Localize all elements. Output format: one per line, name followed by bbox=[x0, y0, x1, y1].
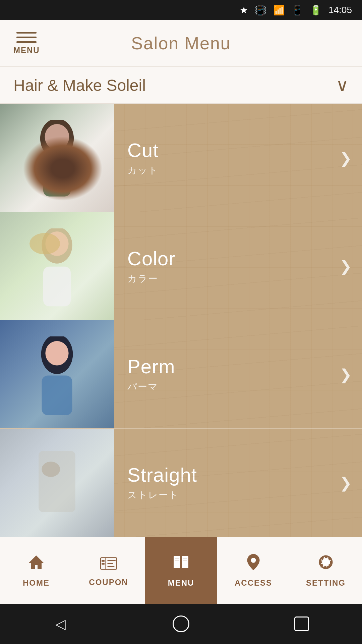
svg-rect-5 bbox=[43, 267, 71, 306]
setting-label: SETTING bbox=[306, 578, 346, 588]
cut-title: Cut bbox=[127, 139, 349, 161]
hamburger-icon[interactable] bbox=[16, 32, 37, 43]
wifi-icon: 📶 bbox=[273, 5, 285, 16]
time-display: 14:05 bbox=[328, 5, 352, 15]
perm-subtitle: パーマ bbox=[127, 380, 349, 393]
straight-title: Straight bbox=[127, 464, 349, 486]
sim-icon: 📱 bbox=[292, 5, 303, 16]
color-subtitle: カラー bbox=[127, 272, 349, 285]
cut-arrow: ❯ bbox=[340, 149, 352, 166]
home-label: HOME bbox=[23, 578, 50, 588]
android-nav: ◁ bbox=[0, 604, 362, 644]
recent-button[interactable] bbox=[290, 612, 313, 636]
nav-coupon[interactable]: COUPON bbox=[72, 537, 145, 604]
header: MENU Salon Menu bbox=[0, 20, 362, 67]
cut-image bbox=[0, 104, 114, 212]
svg-rect-21 bbox=[174, 556, 180, 568]
perm-image bbox=[0, 320, 114, 428]
nav-home[interactable]: HOME bbox=[0, 537, 72, 604]
nav-menu[interactable]: MENU bbox=[145, 537, 217, 604]
color-title: Color bbox=[127, 247, 349, 270]
bluetooth-icon: ★ bbox=[240, 5, 248, 16]
menu-item-perm[interactable]: Perm パーマ ❯ bbox=[0, 320, 362, 429]
home-icon bbox=[27, 553, 45, 575]
page-title: Salon Menu bbox=[131, 33, 231, 53]
salon-dropdown[interactable]: Hair & Make Soleil ∨ bbox=[0, 67, 362, 104]
svg-point-8 bbox=[45, 341, 68, 366]
svg-rect-2 bbox=[43, 160, 71, 197]
home-circle-icon bbox=[173, 615, 189, 632]
straight-arrow: ❯ bbox=[340, 474, 352, 491]
chevron-down-icon: ∨ bbox=[336, 75, 349, 95]
cut-subtitle: カット bbox=[127, 164, 349, 177]
setting-icon bbox=[317, 553, 335, 575]
vibrate-icon: 📳 bbox=[255, 5, 266, 16]
menu-item-color[interactable]: Color カラー ❯ bbox=[0, 212, 362, 321]
perm-arrow: ❯ bbox=[340, 366, 352, 383]
svg-rect-9 bbox=[42, 376, 72, 415]
svg-rect-10 bbox=[39, 451, 75, 512]
perm-title: Perm bbox=[127, 355, 349, 378]
menu-hamburger-label: MENU bbox=[13, 46, 40, 55]
perm-info: Perm パーマ ❯ bbox=[114, 320, 362, 428]
bottom-navigation: HOME COUPON bbox=[0, 537, 362, 604]
menu-item-straight[interactable]: Straight ストレート ❯ bbox=[0, 429, 362, 537]
hamburger-menu[interactable]: MENU bbox=[13, 32, 40, 55]
recent-icon bbox=[294, 616, 309, 631]
back-button[interactable]: ◁ bbox=[49, 612, 72, 636]
svg-rect-22 bbox=[182, 556, 188, 568]
svg-point-6 bbox=[29, 233, 60, 254]
nav-access[interactable]: ACCESS bbox=[217, 537, 290, 604]
svg-point-31 bbox=[323, 560, 328, 565]
coupon-label: COUPON bbox=[89, 578, 128, 587]
straight-subtitle: ストレート bbox=[127, 489, 349, 501]
home-button[interactable] bbox=[169, 612, 193, 636]
menu-label: MENU bbox=[168, 578, 194, 588]
battery-icon: 🔋 bbox=[310, 5, 322, 16]
color-info: Color カラー ❯ bbox=[114, 212, 362, 320]
svg-rect-19 bbox=[108, 563, 113, 564]
straight-info: Straight ストレート ❯ bbox=[114, 429, 362, 537]
nav-setting[interactable]: SETTING bbox=[290, 537, 362, 604]
status-bar: ★ 📳 📶 📱 🔋 14:05 bbox=[0, 0, 362, 20]
back-icon: ◁ bbox=[55, 616, 66, 632]
svg-point-28 bbox=[251, 558, 256, 563]
menu-item-cut[interactable]: Cut カット ❯ bbox=[0, 104, 362, 212]
access-label: ACCESS bbox=[235, 578, 272, 588]
svg-rect-20 bbox=[108, 566, 115, 567]
straight-image bbox=[0, 429, 114, 537]
access-icon bbox=[246, 553, 261, 575]
svg-point-1 bbox=[45, 124, 69, 150]
cut-info: Cut カット ❯ bbox=[114, 104, 362, 212]
coupon-icon bbox=[100, 554, 117, 574]
color-arrow: ❯ bbox=[340, 258, 352, 275]
salon-name: Hair & Make Soleil bbox=[13, 76, 336, 95]
menu-content: Cut カット ❯ Color カラー ❯ bbox=[0, 104, 362, 537]
svg-rect-18 bbox=[108, 560, 116, 561]
svg-rect-16 bbox=[102, 560, 105, 561]
svg-point-11 bbox=[42, 462, 60, 477]
color-image bbox=[0, 212, 114, 320]
svg-rect-17 bbox=[102, 563, 105, 565]
menu-book-icon bbox=[172, 553, 190, 575]
svg-marker-13 bbox=[29, 555, 44, 569]
